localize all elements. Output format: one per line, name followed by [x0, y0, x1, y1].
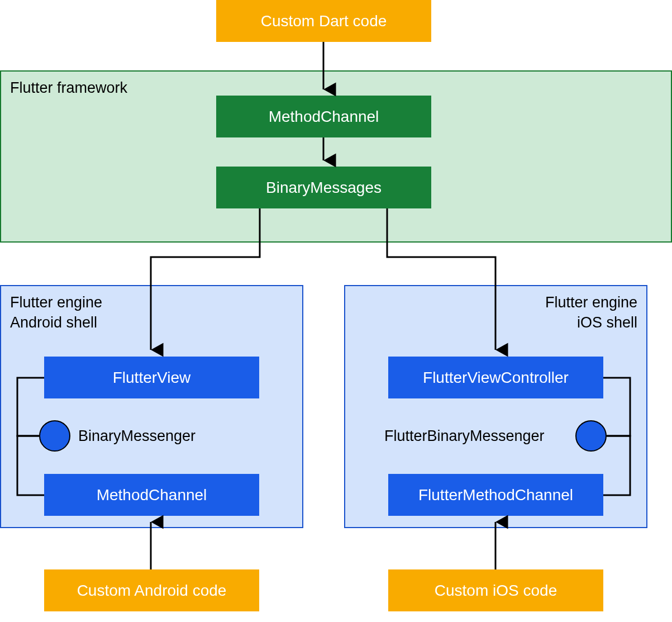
android-shell-title-1: Flutter engine — [10, 294, 102, 311]
ios-flutter-view-controller-box: FlutterViewController — [388, 357, 603, 398]
ios-shell-title-2: iOS shell — [577, 314, 637, 331]
android-method-channel-box: MethodChannel — [44, 474, 259, 516]
ios-binary-messenger-label: FlutterBinaryMessenger — [384, 428, 545, 445]
android-binary-messenger-label: BinaryMessenger — [78, 428, 196, 445]
custom-dart-code-box: Custom Dart code — [216, 0, 431, 42]
custom-android-code-box: Custom Android code — [44, 569, 259, 611]
ios-binary-messenger-node — [575, 420, 607, 452]
android-binary-messenger-node — [39, 420, 70, 452]
ios-shell-title-1: Flutter engine — [545, 294, 637, 311]
custom-ios-code-box: Custom iOS code — [388, 569, 603, 611]
method-channel-box: MethodChannel — [216, 96, 431, 137]
flutter-framework-title: Flutter framework — [10, 79, 127, 97]
ios-flutter-method-channel-box: FlutterMethodChannel — [388, 474, 603, 516]
android-flutter-view-box: FlutterView — [44, 357, 259, 398]
android-shell-title-2: Android shell — [10, 314, 97, 331]
binary-messages-box: BinaryMessages — [216, 167, 431, 208]
